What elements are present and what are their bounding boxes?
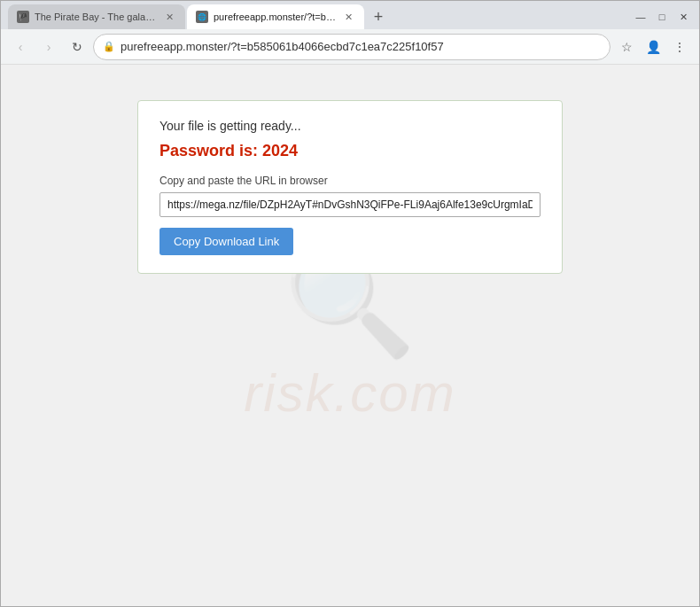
navigation-bar: ‹ › ↻ 🔒 purefreeapp.monster/?t=b585061b4…	[1, 29, 699, 65]
status-text: Your file is getting ready...	[159, 119, 541, 133]
copy-download-link-button[interactable]: Copy Download Link	[159, 228, 293, 255]
maximize-button[interactable]: □	[653, 8, 671, 26]
back-button[interactable]: ‹	[8, 35, 33, 59]
new-tab-button[interactable]: +	[366, 4, 391, 29]
tab-favicon-1: 🏴	[17, 11, 29, 23]
forward-button[interactable]: ›	[36, 35, 61, 59]
watermark-text: risk.com	[244, 362, 455, 424]
lock-icon: 🔒	[103, 41, 115, 52]
tab-purefreeapp[interactable]: 🌐 purefreeapp.monster/?t=b585... ✕	[187, 4, 364, 29]
reload-button[interactable]: ↻	[65, 35, 89, 59]
tab-title-1: The Pirate Bay - The galaxy's m...	[35, 12, 157, 22]
menu-icon[interactable]: ⋮	[667, 35, 692, 59]
url-input[interactable]	[159, 192, 541, 217]
address-text: purefreeapp.monster/?t=b585061b4066ecbd7…	[121, 40, 601, 53]
window-controls: — □ ✕	[632, 8, 692, 29]
minimize-button[interactable]: —	[632, 8, 649, 26]
close-button[interactable]: ✕	[674, 8, 692, 26]
tab-close-2[interactable]: ✕	[341, 10, 355, 24]
tab-bar: 🏴 The Pirate Bay - The galaxy's m... ✕ 🌐…	[8, 4, 625, 29]
password-label: Password is: 2024	[159, 142, 541, 160]
tab-close-1[interactable]: ✕	[162, 10, 176, 24]
title-bar: 🏴 The Pirate Bay - The galaxy's m... ✕ 🌐…	[1, 1, 699, 29]
tab-piratebay[interactable]: 🏴 The Pirate Bay - The galaxy's m... ✕	[8, 4, 185, 29]
address-bar[interactable]: 🔒 purefreeapp.monster/?t=b585061b4066ecb…	[93, 34, 611, 60]
profile-icon[interactable]: 👤	[641, 35, 665, 59]
browser-window: 🏴 The Pirate Bay - The galaxy's m... ✕ 🌐…	[0, 0, 700, 607]
tab-favicon-2: 🌐	[196, 11, 208, 23]
url-label: Copy and paste the URL in browser	[159, 175, 541, 187]
bookmark-icon[interactable]: ☆	[614, 35, 639, 59]
tab-title-2: purefreeapp.monster/?t=b585...	[214, 12, 336, 22]
nav-right-icons: ☆ 👤 ⋮	[614, 35, 692, 59]
page-content: 🔍 risk.com Your file is getting ready...…	[1, 65, 699, 606]
download-card: Your file is getting ready... Password i…	[137, 100, 563, 274]
